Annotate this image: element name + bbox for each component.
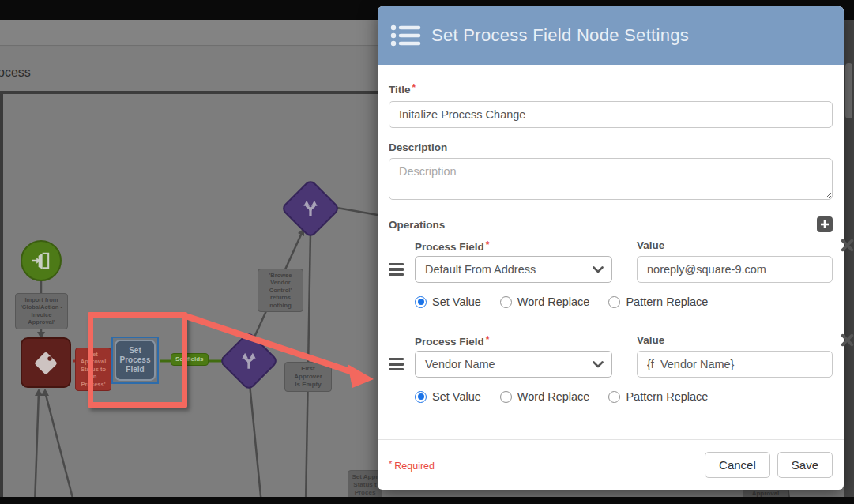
process-field-select[interactable]: Default From Address <box>415 256 612 283</box>
workflow-designer-page: ocess <box>0 0 854 504</box>
set-approval-status-node[interactable] <box>21 337 71 388</box>
close-icon <box>841 333 854 347</box>
radio-icon[interactable] <box>500 296 512 308</box>
save-button[interactable]: Save <box>777 452 833 478</box>
process-field-select[interactable]: Vendor Name <box>415 351 612 378</box>
value-input[interactable] <box>637 256 833 283</box>
value-label: Value <box>637 334 664 346</box>
operation-row: Process Field* Value Default From Addres… <box>389 239 833 308</box>
dialog-header: Set Process Field Node Settings <box>378 6 844 65</box>
page-title: ocess <box>0 66 31 80</box>
mode-word-replace[interactable]: Word Replace <box>500 295 590 308</box>
canvas-left-border <box>0 94 3 498</box>
radio-icon[interactable] <box>608 296 620 308</box>
set-process-field-node-selected[interactable]: Set Process Field <box>111 337 159 384</box>
branch-node-middle[interactable] <box>228 340 270 382</box>
mode-pattern-replace[interactable]: Pattern Replace <box>608 295 708 308</box>
radio-selected-icon[interactable] <box>415 391 427 403</box>
value-label: Value <box>637 239 664 251</box>
radio-icon[interactable] <box>500 391 512 403</box>
drag-handle-icon[interactable] <box>389 263 415 276</box>
required-asterisk: * <box>412 82 416 93</box>
operations-label: Operations <box>389 219 445 231</box>
branch-split-icon <box>300 198 321 219</box>
mode-set-value[interactable]: Set Value <box>415 295 481 308</box>
dialog-title: Set Process Field Node Settings <box>431 25 689 46</box>
set-fields-edge-label: Set fields <box>171 353 209 366</box>
mode-set-value[interactable]: Set Value <box>415 390 481 403</box>
value-input[interactable] <box>637 351 833 378</box>
chevron-down-icon <box>593 266 604 273</box>
import-door-icon <box>29 249 53 273</box>
drag-handle-icon[interactable] <box>389 358 415 371</box>
branch-split-icon <box>239 351 259 371</box>
add-operation-button[interactable] <box>817 216 833 232</box>
import-edge-label: Import from 'GlobalAction - Invoice Appr… <box>15 293 68 329</box>
mode-pattern-replace[interactable]: Pattern Replace <box>608 390 708 403</box>
scrollbar-track[interactable] <box>844 20 854 497</box>
set-approval-edge-label: Set Approval Status to 'In Process' <box>75 348 111 391</box>
bottom-black-bar <box>0 497 854 504</box>
title-label: Title* <box>389 82 833 96</box>
chevron-down-icon <box>593 361 604 368</box>
import-start-node[interactable] <box>21 240 62 281</box>
process-field-label: Process Field* <box>415 336 489 348</box>
operation-divider <box>389 325 833 325</box>
operation-row: Process Field* Value Vendor Name <box>389 334 833 403</box>
description-textarea[interactable] <box>389 158 833 200</box>
radio-icon[interactable] <box>608 391 620 403</box>
scrollbar-thumb[interactable] <box>845 63 852 118</box>
browse-vendor-edge-label: 'Browse Vendor Control' returns nothing <box>258 269 303 312</box>
set-process-field-settings-dialog: Set Process Field Node Settings Title* D… <box>378 6 844 490</box>
tag-icon <box>30 347 62 378</box>
list-icon <box>390 23 422 48</box>
plus-icon <box>820 220 830 229</box>
process-field-label: Process Field* <box>415 241 489 253</box>
dialog-footer: *Required Cancel Save <box>378 439 844 490</box>
mode-word-replace[interactable]: Word Replace <box>500 390 590 403</box>
set-process-field-node-label: Set Process Field <box>115 340 156 381</box>
title-input[interactable] <box>389 101 833 128</box>
close-icon <box>841 239 854 252</box>
cancel-button[interactable]: Cancel <box>705 452 770 478</box>
required-asterisk: * <box>486 239 490 250</box>
branch-node-top[interactable] <box>289 187 332 230</box>
first-approver-edge-label: First Approver Is Empty <box>284 362 332 392</box>
radio-selected-icon[interactable] <box>415 296 427 308</box>
remove-operation-button[interactable] <box>841 239 854 255</box>
description-label: Description <box>389 141 833 153</box>
remove-operation-button[interactable] <box>841 333 854 350</box>
required-asterisk: * <box>486 334 490 345</box>
required-note: *Required <box>389 459 435 472</box>
